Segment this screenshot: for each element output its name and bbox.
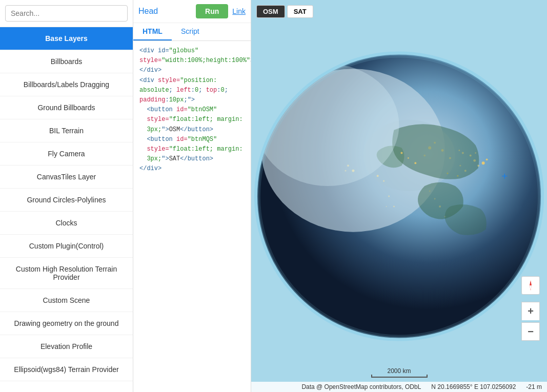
zoom-in-button[interactable]: + [521,302,540,320]
middle-header: Head Run Link [133,0,251,23]
sidebar-item-4[interactable]: BIL Terrain [0,119,133,142]
svg-point-32 [400,152,402,154]
globe [251,48,547,345]
svg-point-26 [386,205,387,207]
coordinates: N 20.1669855° E 107.0256092 [431,383,516,390]
sidebar-item-12[interactable]: Drawing geometry on the ground [0,312,133,335]
sidebar-item-7[interactable]: Ground Circles-Polylines [0,189,133,212]
scale-label: 2000 km [387,367,411,375]
svg-point-27 [377,175,379,177]
svg-point-33 [408,157,409,158]
sidebar: Base LayersBillboardsBillboards/Labels D… [0,0,133,392]
sidebar-item-6[interactable]: CanvasTiles Layer [0,166,133,189]
sidebar-item-9[interactable]: Custom Plugin(Control) [0,235,133,258]
svg-point-35 [482,161,485,164]
sidebar-item-3[interactable]: Ground Billboards [0,96,133,119]
compass-button[interactable] [521,276,540,295]
zoom-out-button[interactable]: − [521,322,540,341]
svg-point-34 [414,162,416,164]
sidebar-item-13[interactable]: Elevation Profile [0,335,133,358]
svg-point-28 [383,180,384,181]
head-label: Head [138,7,158,16]
sidebar-item-5[interactable]: Fly Camera [0,142,133,166]
link-button[interactable]: Link [232,7,246,15]
sidebar-item-14[interactable]: Ellipsoid(wgs84) Terrain Provider [0,358,133,381]
sidebar-item-11[interactable]: Custom Scene [0,289,133,312]
svg-point-24 [388,195,390,197]
run-button[interactable]: Run [196,4,228,18]
map-controls: + − [521,276,540,341]
tab-script[interactable]: Script [172,23,209,40]
elevation: -21 m [526,383,542,390]
sat-button[interactable]: SAT [287,5,313,18]
code-editor[interactable]: <div id="globus" style="width:100%;heigh… [133,41,251,392]
search-input[interactable] [5,5,128,22]
map-panel: OSM SAT [251,0,547,392]
sidebar-item-10[interactable]: Custom High Resolution Terrain Provider [0,258,133,289]
sidebar-item-8[interactable]: Clocks [0,212,133,235]
map-buttons: OSM SAT [256,5,313,18]
svg-point-25 [393,205,395,207]
svg-point-36 [486,158,488,160]
tab-bar: HTMLScript [133,23,251,41]
sidebar-item-1[interactable]: Billboards [0,50,133,73]
middle-panel: Head Run Link HTMLScript <div id="globus… [133,0,251,392]
nav-list: Base LayersBillboardsBillboards/Labels D… [0,27,133,381]
globe-container: + [251,0,547,392]
status-bar: Data @ OpenStreetMap contributors, ODbL … [251,382,547,392]
osm-button[interactable]: OSM [256,5,285,18]
search-box [0,0,133,27]
sidebar-item-0[interactable]: Base Layers [0,27,133,50]
scale-line [371,375,428,378]
tab-html[interactable]: HTML [133,23,172,40]
attribution: Data @ OpenStreetMap contributors, ODbL [301,383,421,390]
sidebar-item-2[interactable]: Billboards/Labels Dragging [0,73,133,96]
scale-bar: 2000 km [371,367,428,378]
